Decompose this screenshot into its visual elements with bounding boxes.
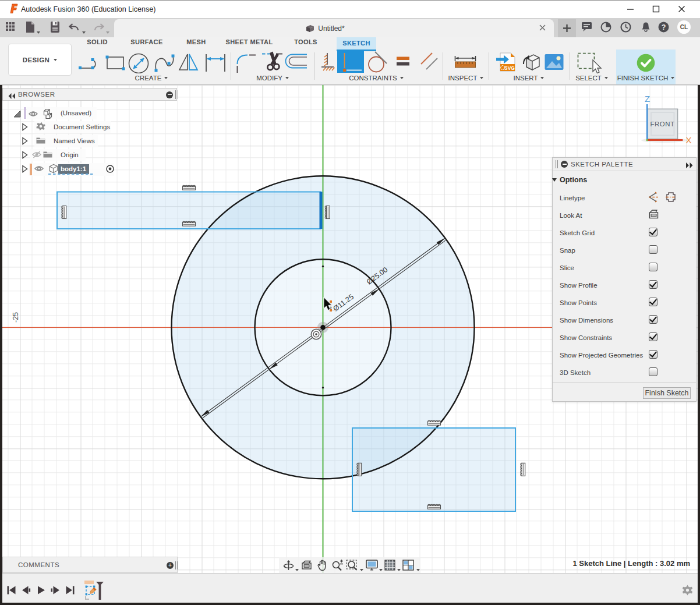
- job-status-button[interactable]: [600, 22, 611, 33]
- timeline-go-to-end-button[interactable]: [66, 586, 75, 597]
- zoom-window-button[interactable]: [346, 560, 359, 573]
- undo-caret[interactable]: [82, 26, 86, 36]
- browser-collapse-button[interactable]: [8, 91, 16, 102]
- viewcube-x-axis-label[interactable]: X: [686, 135, 692, 145]
- tangent-constraint-button[interactable]: [367, 51, 391, 76]
- browser-item-label[interactable]: Origin: [61, 151, 79, 158]
- look-at-button[interactable]: [301, 560, 312, 573]
- expanded-arrow-icon[interactable]: [13, 109, 21, 118]
- display-settings-button[interactable]: [366, 560, 378, 573]
- undo-button[interactable]: [69, 23, 79, 31]
- timeline-position-marker[interactable]: [96, 582, 104, 600]
- tab-tools[interactable]: TOOLS: [271, 38, 341, 48]
- show-projected-geometries-checkbox[interactable]: [649, 350, 657, 359]
- zoom-window-caret[interactable]: [360, 563, 363, 573]
- pan-button[interactable]: [317, 560, 327, 573]
- viewport-canvas[interactable]: Ø11.25 Ø25.00: [2, 85, 698, 573]
- measure-tool-button[interactable]: [454, 55, 476, 69]
- timeline-settings-button[interactable]: [682, 585, 693, 598]
- comments-drag-grip[interactable]: [175, 561, 178, 569]
- show-dimensions-checkbox[interactable]: [649, 315, 657, 324]
- finish-sketch-label[interactable]: FINISH SKETCH: [610, 75, 681, 82]
- show-profile-checkbox[interactable]: [649, 280, 657, 289]
- center-point[interactable]: [320, 325, 325, 330]
- equal-constraint-button[interactable]: [396, 56, 411, 66]
- rectangle-tool-button[interactable]: [103, 54, 129, 73]
- timeline-go-to-start-button[interactable]: [7, 586, 16, 597]
- timeline-sketch-feature[interactable]: [84, 579, 104, 603]
- line-tool-button[interactable]: [77, 54, 103, 73]
- collapsed-arrow-icon[interactable]: [22, 123, 28, 131]
- timeline-step-back-button[interactable]: [22, 586, 31, 597]
- inspect-group-label[interactable]: INSPECT: [431, 75, 501, 82]
- help-button[interactable]: ?: [658, 22, 669, 33]
- mirror-tool-button[interactable]: [178, 52, 203, 73]
- collapsed-arrow-icon[interactable]: [22, 137, 28, 145]
- horizontal-vertical-constraint-button[interactable]: [337, 50, 364, 73]
- 3d-sketch-checkbox[interactable]: [649, 367, 657, 376]
- file-menu-button[interactable]: [26, 22, 34, 33]
- construction-linetype-icon[interactable]: [648, 192, 659, 205]
- modify-group-label[interactable]: MODIFY: [235, 75, 310, 82]
- tab-close-button[interactable]: [538, 23, 547, 33]
- browser-minimize-icon[interactable]: [166, 91, 173, 98]
- browser-item-label[interactable]: (Unsaved): [61, 109, 91, 116]
- look-at-icon[interactable]: [649, 209, 659, 221]
- fillet-tool-button[interactable]: [235, 51, 260, 73]
- spline-tool-button[interactable]: [153, 52, 178, 73]
- palette-drag-grip[interactable]: [556, 160, 558, 168]
- workspace-selector[interactable]: DESIGN: [8, 44, 72, 76]
- minimize-button[interactable]: [618, 1, 644, 18]
- notifications-button[interactable]: [641, 22, 651, 33]
- show-points-checkbox[interactable]: [649, 298, 657, 306]
- viewports-button[interactable]: [402, 560, 414, 573]
- insert-group-label[interactable]: INSERT: [494, 75, 564, 82]
- history-button[interactable]: [620, 22, 631, 33]
- app-grid-button[interactable]: [6, 22, 15, 31]
- grid-settings-button[interactable]: [384, 560, 395, 573]
- viewports-caret[interactable]: [416, 563, 420, 573]
- trim-tool-button[interactable]: [260, 51, 286, 73]
- options-section-header[interactable]: Options: [560, 176, 587, 184]
- radio-target-icon[interactable]: [106, 165, 114, 173]
- double-arrow-right-icon[interactable]: [685, 161, 694, 171]
- save-button[interactable]: [51, 22, 59, 33]
- viewcube-face-label[interactable]: FRONT: [650, 121, 674, 128]
- palette-minimize-icon[interactable]: [561, 161, 568, 168]
- slice-checkbox[interactable]: [649, 263, 657, 271]
- collapsed-arrow-icon[interactable]: [22, 151, 28, 159]
- zoom-button[interactable]: [331, 560, 344, 573]
- user-avatar[interactable]: CL: [677, 20, 691, 34]
- sketch-grid-checkbox[interactable]: [649, 228, 657, 236]
- tab-sketch-active[interactable]: SKETCH: [337, 37, 376, 49]
- sketch-palette-header[interactable]: SKETCH PALETTE: [553, 158, 696, 171]
- display-settings-caret[interactable]: [379, 563, 383, 573]
- browser-item-label[interactable]: Document Settings: [54, 123, 110, 130]
- timeline-play-button[interactable]: [37, 586, 45, 597]
- file-menu-caret[interactable]: [37, 26, 40, 36]
- visibility-eye-icon[interactable]: [34, 165, 44, 172]
- view-cube[interactable]: Z FRONT X: [637, 88, 695, 146]
- browser-item-label[interactable]: Named Views: [54, 137, 95, 144]
- constraints-group-label[interactable]: CONSTRAINTS: [339, 75, 413, 82]
- orbit-caret[interactable]: [295, 563, 299, 573]
- visibility-eye-icon[interactable]: [29, 111, 38, 117]
- timeline-step-forward-button[interactable]: [51, 586, 60, 597]
- visibility-off-eye-icon[interactable]: [32, 151, 41, 158]
- browser-drag-grip[interactable]: [175, 90, 178, 99]
- browser-header[interactable]: BROWSER: [2, 88, 177, 101]
- comments-bar[interactable]: COMMENTS +: [2, 557, 178, 573]
- show-constraints-checkbox[interactable]: [649, 332, 657, 341]
- redo-button[interactable]: [94, 23, 104, 31]
- add-comment-icon[interactable]: +: [167, 562, 174, 569]
- orbit-button[interactable]: [283, 560, 294, 573]
- close-button[interactable]: [670, 1, 695, 18]
- select-tool-button[interactable]: [577, 52, 603, 75]
- document-tab[interactable]: Untitled*: [114, 19, 554, 37]
- collapsed-arrow-icon[interactable]: [22, 165, 28, 173]
- offset-tool-button[interactable]: [285, 54, 310, 71]
- parallel-constraint-button[interactable]: [419, 52, 439, 70]
- finish-sketch-palette-button[interactable]: Finish Sketch: [643, 387, 691, 399]
- maximize-button[interactable]: [644, 1, 670, 18]
- new-tab-button[interactable]: [558, 19, 576, 37]
